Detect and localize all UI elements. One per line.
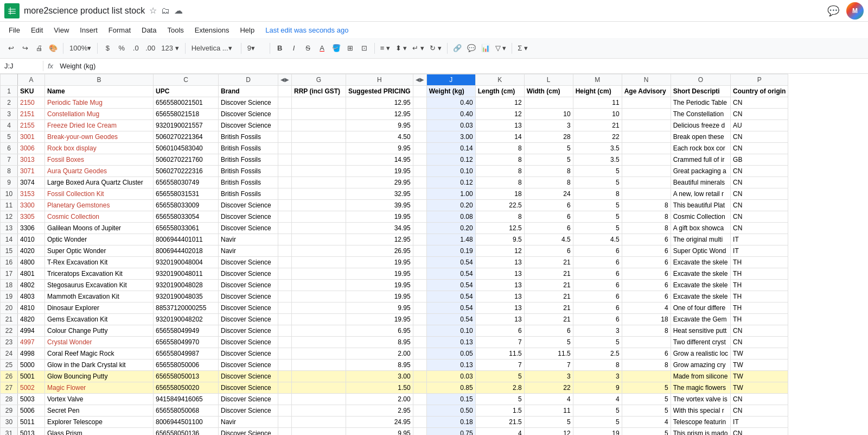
col-header-K[interactable]: K bbox=[475, 74, 524, 86]
table-cell[interactable]: 19.95 bbox=[346, 268, 413, 280]
table-cell[interactable]: 8 bbox=[524, 177, 573, 188]
zoom-dropdown[interactable]: 100% ▾ bbox=[67, 41, 94, 56]
table-cell[interactable]: Discover Science bbox=[219, 348, 278, 360]
currency-button[interactable]: $ bbox=[101, 41, 114, 56]
table-cell[interactable]: 0.50 bbox=[426, 405, 475, 417]
table-cell[interactable]: 9415849416065 bbox=[154, 394, 219, 405]
spreadsheet[interactable]: A B C D ◀▶ G H ◀▶ J K L M N O P 1 SKU Na… bbox=[0, 74, 868, 435]
table-cell[interactable]: Break open these bbox=[671, 131, 730, 143]
table-cell[interactable]: 8.95 bbox=[346, 337, 413, 348]
table-cell[interactable]: 656558033054 bbox=[154, 211, 219, 223]
table-cell[interactable]: 8 bbox=[622, 360, 671, 371]
table-cell[interactable] bbox=[292, 166, 346, 177]
table-cell[interactable]: Crystal Wonder bbox=[45, 337, 154, 348]
table-cell[interactable]: 3006 bbox=[18, 143, 45, 154]
table-cell[interactable]: 5 bbox=[622, 405, 671, 417]
table-cell[interactable]: Excavate the skele bbox=[671, 291, 730, 302]
table-cell[interactable]: 12.5 bbox=[475, 223, 524, 234]
comment-button[interactable]: 💬 bbox=[465, 41, 478, 56]
table-cell[interactable]: 3013 bbox=[18, 154, 45, 166]
table-cell[interactable]: 4802 bbox=[18, 280, 45, 291]
table-cell[interactable]: Gems Excavation Kit bbox=[45, 314, 154, 325]
formula-content[interactable]: Weight (kg) bbox=[58, 61, 868, 71]
table-cell[interactable]: Vortex Valve bbox=[45, 394, 154, 405]
table-cell[interactable]: 12 bbox=[475, 109, 524, 120]
table-cell[interactable] bbox=[292, 394, 346, 405]
table-cell[interactable]: 6 bbox=[622, 268, 671, 280]
table-cell[interactable] bbox=[278, 337, 292, 348]
table-cell[interactable] bbox=[278, 417, 292, 428]
table-cell[interactable]: 9.95 bbox=[346, 143, 413, 154]
table-cell[interactable]: 6 bbox=[622, 291, 671, 302]
table-cell[interactable]: 21 bbox=[524, 302, 573, 314]
table-cell[interactable]: 4994 bbox=[18, 325, 45, 337]
table-cell[interactable]: 9320190048035 bbox=[154, 291, 219, 302]
table-cell[interactable]: 39.95 bbox=[346, 200, 413, 211]
table-cell[interactable]: 7 bbox=[475, 360, 524, 371]
table-cell[interactable] bbox=[413, 257, 426, 268]
table-cell[interactable] bbox=[292, 280, 346, 291]
table-cell[interactable] bbox=[292, 120, 346, 131]
table-cell[interactable]: 21.5 bbox=[475, 417, 524, 428]
borders-button[interactable]: ⊞ bbox=[344, 41, 357, 56]
table-cell[interactable]: 24 bbox=[524, 188, 573, 200]
table-cell[interactable]: British Fossils bbox=[219, 177, 278, 188]
table-cell[interactable]: 656558049970 bbox=[154, 337, 219, 348]
table-cell[interactable] bbox=[413, 131, 426, 143]
table-cell[interactable]: 6 bbox=[573, 302, 622, 314]
table-cell[interactable]: Colour Change Putty bbox=[45, 325, 154, 337]
table-cell[interactable]: 22.5 bbox=[475, 200, 524, 211]
table-cell[interactable]: Excavate the skele bbox=[671, 268, 730, 280]
table-cell[interactable]: The vortex valve is bbox=[671, 394, 730, 405]
table-cell[interactable]: 6 bbox=[524, 211, 573, 223]
table-cell[interactable] bbox=[413, 417, 426, 428]
table-cell[interactable]: 22 bbox=[573, 131, 622, 143]
table-cell[interactable]: 1.50 bbox=[346, 382, 413, 394]
table-cell[interactable]: GB bbox=[731, 154, 788, 166]
table-cell[interactable]: British Fossils bbox=[219, 188, 278, 200]
table-cell[interactable]: 29.95 bbox=[346, 177, 413, 188]
table-cell[interactable] bbox=[278, 188, 292, 200]
table-cell[interactable]: 9320190021557 bbox=[154, 120, 219, 131]
table-cell[interactable]: TH bbox=[731, 268, 788, 280]
table-cell[interactable]: 3.5 bbox=[573, 143, 622, 154]
table-cell[interactable]: 0.13 bbox=[426, 337, 475, 348]
table-cell[interactable]: 6 bbox=[622, 245, 671, 257]
table-cell[interactable]: 0.40 bbox=[426, 109, 475, 120]
table-cell[interactable] bbox=[278, 268, 292, 280]
table-cell[interactable]: CN bbox=[731, 109, 788, 120]
table-cell[interactable]: Discover Science bbox=[219, 280, 278, 291]
table-cell[interactable]: 21 bbox=[573, 120, 622, 131]
table-cell[interactable] bbox=[278, 348, 292, 360]
menu-format[interactable]: Format bbox=[104, 25, 135, 35]
table-cell[interactable]: 0.54 bbox=[426, 291, 475, 302]
col-header-H[interactable]: H bbox=[346, 74, 413, 86]
table-cell[interactable]: Freeze Dried Ice Cream bbox=[45, 120, 154, 131]
table-cell[interactable]: 12 bbox=[475, 97, 524, 109]
table-cell[interactable]: This prism is mado bbox=[671, 428, 730, 436]
table-cell[interactable]: 5 bbox=[622, 428, 671, 436]
table-cell[interactable] bbox=[292, 382, 346, 394]
table-cell[interactable]: Discover Science bbox=[219, 97, 278, 109]
table-cell[interactable]: 7 bbox=[475, 337, 524, 348]
table-cell[interactable]: 5 bbox=[475, 371, 524, 382]
table-cell[interactable]: 9.95 bbox=[346, 120, 413, 131]
table-cell[interactable]: Grow amazing cry bbox=[671, 360, 730, 371]
table-cell[interactable]: 21 bbox=[524, 268, 573, 280]
table-cell[interactable]: 4810 bbox=[18, 302, 45, 314]
table-cell[interactable] bbox=[278, 177, 292, 188]
table-cell[interactable]: 10 bbox=[573, 109, 622, 120]
table-cell[interactable]: Discover Science bbox=[219, 302, 278, 314]
table-cell[interactable]: British Fossils bbox=[219, 154, 278, 166]
profile-avatar[interactable]: M bbox=[846, 2, 864, 20]
table-cell[interactable]: 4998 bbox=[18, 348, 45, 360]
table-cell[interactable]: TH bbox=[731, 280, 788, 291]
table-cell[interactable]: 9.95 bbox=[346, 302, 413, 314]
table-cell[interactable]: 0.14 bbox=[426, 143, 475, 154]
table-cell[interactable] bbox=[413, 268, 426, 280]
comments-icon[interactable]: 💬 bbox=[825, 2, 842, 20]
table-cell[interactable] bbox=[292, 291, 346, 302]
table-cell[interactable]: 6 bbox=[622, 257, 671, 268]
table-cell[interactable]: 6 bbox=[573, 257, 622, 268]
table-cell[interactable]: CN bbox=[731, 188, 788, 200]
